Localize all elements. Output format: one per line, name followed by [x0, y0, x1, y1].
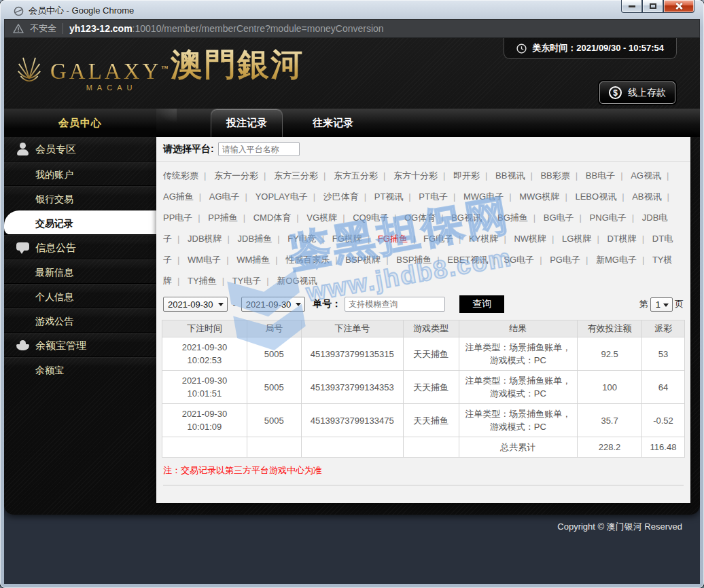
platform-link[interactable]: TY电子 [232, 276, 262, 286]
platform-link[interactable]: PG电子 [550, 255, 580, 265]
sidebar-item[interactable]: 信息公告 [4, 235, 156, 259]
order-number-input[interactable] [345, 297, 445, 312]
platform-link[interactable]: PP电子 [163, 213, 192, 223]
security-label[interactable]: 不安全 [30, 22, 56, 35]
search-button[interactable]: 查询 [459, 295, 504, 313]
deposit-button[interactable]: $ 线上存款 [599, 81, 675, 104]
sidebar-item[interactable]: 交易记录 [4, 210, 156, 235]
platform-link[interactable]: BB视讯 [495, 170, 525, 181]
platform-separator: | [177, 276, 179, 286]
platform-link[interactable]: PT视讯 [374, 191, 404, 202]
platform-link[interactable]: FG电子 [423, 234, 453, 244]
close-button[interactable] [663, 0, 694, 13]
platform-separator: | [620, 170, 622, 181]
platform-entry: BB视讯| [495, 170, 538, 181]
platform-link[interactable]: PP捕鱼 [208, 213, 237, 223]
platform-link[interactable]: WM电子 [188, 255, 221, 265]
platform-entry: CMD体育| [253, 213, 304, 223]
sidebar-item[interactable]: 游戏公告 [4, 308, 156, 333]
platform-link[interactable]: FG捕鱼 [378, 234, 408, 244]
platform-link[interactable]: CQ9电子 [353, 213, 389, 223]
sidebar-item[interactable]: 余额宝 [4, 357, 156, 382]
platform-entry: 东方三分彩| [274, 170, 331, 181]
sidebar-item[interactable]: 余额宝管理 [4, 333, 156, 357]
platform-link[interactable]: PT电子 [419, 191, 448, 202]
platform-link[interactable]: AB视讯 [632, 191, 661, 202]
page-select[interactable]: 1 [650, 297, 673, 312]
sidebar-item[interactable]: 银行交易 [4, 186, 156, 210]
platform-link[interactable]: AG视讯 [631, 170, 661, 181]
platform-link[interactable]: LEBO视讯 [575, 191, 616, 202]
platform-link[interactable]: AG电子 [209, 191, 240, 202]
platform-link[interactable]: SG电子 [504, 255, 534, 265]
platform-link[interactable]: 传统彩票 [163, 170, 198, 181]
platform-link[interactable]: BB电子 [586, 170, 615, 181]
platform-entry: BSP棋牌| [345, 255, 393, 265]
maximize-button[interactable] [642, 0, 663, 13]
platform-link[interactable]: 东方五分彩 [334, 170, 378, 181]
sidebar-item-icon [16, 240, 31, 255]
address-bar[interactable]: 不安全 yh123-12.com:10010/member/memberCent… [4, 19, 700, 38]
platform-separator: | [443, 170, 445, 181]
server-time: 美东时间：2021/09/30 - 10:57:54 [532, 42, 664, 54]
platform-link[interactable]: PNG电子 [590, 213, 627, 223]
platform-link[interactable]: BB彩票 [540, 170, 569, 181]
platform-link[interactable]: 东方十分彩 [393, 170, 438, 181]
platform-link[interactable]: 沙巴体育 [323, 191, 359, 202]
platform-link[interactable]: BG视讯 [451, 213, 482, 223]
platform-link[interactable]: BSP棋牌 [345, 255, 381, 265]
platform-separator: | [580, 213, 582, 223]
platform-separator: | [243, 213, 245, 223]
platform-link[interactable]: TY捕鱼 [188, 276, 217, 286]
minimize-button[interactable] [621, 0, 642, 13]
platform-link[interactable]: BG电子 [544, 213, 574, 223]
platform-link[interactable]: YOPLAY电子 [256, 191, 308, 202]
platform-link[interactable]: JDB捕鱼 [238, 234, 272, 244]
platform-link[interactable]: CMD体育 [253, 213, 292, 223]
cell-valid-bet-amount: 92.5 [578, 337, 642, 371]
platform-link[interactable]: FY电竞 [287, 234, 317, 244]
platform-link[interactable]: MWG棋牌 [519, 191, 559, 202]
table-header-cell: 派彩 [642, 320, 685, 337]
platform-link[interactable]: 东方一分彩 [214, 170, 258, 181]
platform-link[interactable]: JDB棋牌 [188, 234, 222, 244]
tab[interactable]: 投注记录 [211, 109, 283, 137]
sidebar-item[interactable]: 个人信息 [4, 284, 156, 308]
platform-link[interactable]: BG捕鱼 [497, 213, 528, 223]
platform-entry: EBET视讯| [447, 255, 501, 265]
platform-link[interactable]: DT棋牌 [607, 234, 636, 244]
cell-result: 注单类型：场景捕鱼账单， 游戏模式：PC [459, 371, 578, 404]
window-titlebar[interactable]: 会员中心 - Google Chrome [4, 0, 700, 19]
platform-link[interactable]: AG捕鱼 [163, 191, 194, 202]
platform-link[interactable]: WM捕鱼 [236, 255, 270, 265]
date-to-select[interactable]: 2021-09-30 [241, 297, 306, 312]
nav-row: 会员中心 投注记录往来记录 [4, 109, 700, 137]
platform-entry: BG捕鱼| [497, 213, 541, 223]
date-from-select[interactable]: 2021-09-30 [163, 297, 228, 312]
tab[interactable]: 往来记录 [298, 109, 368, 137]
platform-search-input[interactable] [218, 142, 300, 156]
site-logo[interactable]: GALAXY™ MACAU 澳門銀河 [11, 43, 304, 92]
platform-separator: | [226, 255, 228, 265]
platform-link[interactable]: 即开彩 [453, 170, 480, 181]
platform-link[interactable]: LG棋牌 [562, 234, 591, 244]
platform-link[interactable]: NW棋牌 [514, 234, 546, 244]
sidebar-item[interactable]: 会员专区 [4, 137, 156, 162]
platform-link[interactable]: 性感百家乐 [285, 255, 330, 265]
platform-separator: | [642, 255, 644, 265]
url-text[interactable]: yh123-12.com:10010/member/memberCentre?m… [69, 23, 384, 34]
platform-link[interactable]: VG棋牌 [306, 213, 337, 223]
platform-link[interactable]: FG棋牌 [332, 234, 362, 244]
platform-link[interactable]: OG体育 [404, 213, 436, 223]
platform-entry: BB彩票| [540, 170, 583, 181]
platform-entry: TY电子| [232, 276, 275, 286]
platform-link[interactable]: 新OG视讯 [277, 276, 317, 286]
platform-link[interactable]: BSP捕鱼 [396, 255, 432, 265]
platform-link[interactable]: 新MG电子 [596, 255, 637, 265]
platform-link[interactable]: KY棋牌 [469, 234, 498, 244]
platform-link[interactable]: 东方三分彩 [274, 170, 318, 181]
sidebar-item[interactable]: 我的账户 [4, 162, 156, 186]
platform-link[interactable]: MWG电子 [463, 191, 504, 202]
platform-link[interactable]: EBET视讯 [447, 255, 488, 265]
sidebar-item[interactable]: 最新信息 [4, 259, 156, 284]
